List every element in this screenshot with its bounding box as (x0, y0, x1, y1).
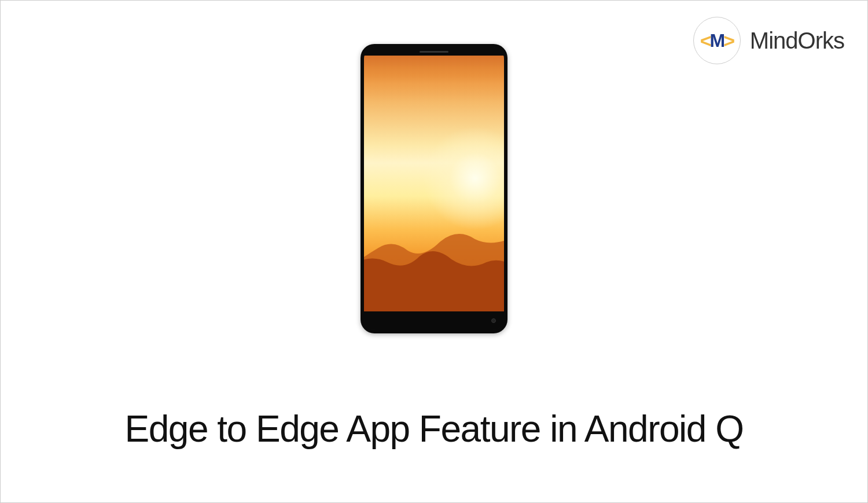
phone-body (364, 47, 504, 330)
mountain-front-icon (364, 236, 504, 311)
phone-illustration (361, 44, 507, 333)
phone-screen (364, 56, 504, 311)
phone-speaker-icon (420, 51, 448, 53)
logo-letter-icon: M (710, 30, 724, 52)
page-title: Edge to Edge App Feature in Android Q (1, 407, 867, 450)
brand-logo-area: < M > MindOrks (693, 17, 844, 64)
brand-logo-icon: < M > (693, 17, 741, 64)
brand-name: MindOrks (750, 28, 844, 54)
phone-camera-icon (491, 318, 496, 323)
logo-bracket-left-icon: < (700, 30, 711, 52)
phone-bottom-bezel (364, 311, 504, 330)
phone-frame (361, 44, 507, 333)
banner-container: < M > MindOrks (0, 0, 868, 503)
cloud-gradient (364, 56, 504, 102)
phone-top-bezel (364, 47, 504, 56)
logo-bracket-right-icon: > (723, 30, 734, 52)
